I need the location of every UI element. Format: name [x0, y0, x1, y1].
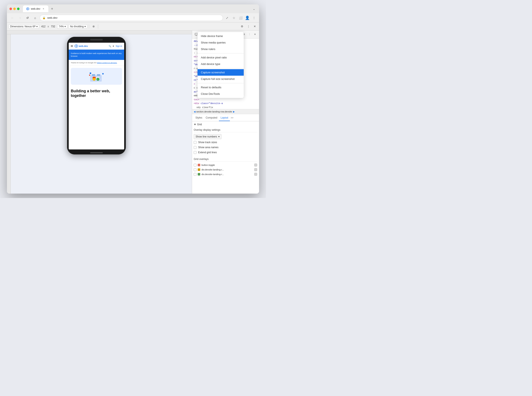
tab-layout[interactable]: Layout	[219, 114, 230, 121]
more-options-icon[interactable]: ⋮	[246, 24, 251, 29]
phone-frame: web.dev 🔍 ☀ Sign in Guidance to build mo…	[67, 37, 126, 154]
overlay-icon-2[interactable]	[254, 168, 257, 171]
window-menu-icon[interactable]: ⌄	[252, 6, 257, 11]
site-image: ✓ ✓	[71, 68, 122, 85]
overlay-checkbox-2[interactable]	[194, 168, 197, 171]
html-line: <div class="devsite-a	[192, 102, 259, 105]
zoom-arrow: ▾	[64, 25, 66, 28]
forward-button[interactable]: →	[17, 15, 23, 21]
device-name: Dimensions: Nexus 6P	[10, 25, 35, 28]
grid-collapse-icon[interactable]: ▼	[194, 123, 196, 126]
show-line-numbers-arrow: ▾	[218, 135, 220, 138]
menu-hide-device-frame[interactable]: Hide device frame	[197, 33, 244, 39]
overlay-checkbox-1[interactable]	[194, 164, 197, 166]
address-bar[interactable]: 🔒 web.dev	[40, 15, 223, 21]
notice-link[interactable]: Watch content on-demand.	[97, 62, 117, 64]
zoom-label: 74%	[59, 25, 64, 28]
title-bar: web.dev ✕ + ⌄	[7, 4, 259, 13]
menu-capture-full-screenshot[interactable]: Capture full size screenshot	[197, 76, 244, 82]
profile-icon[interactable]: 👤	[245, 15, 250, 20]
dimension-separator: x	[47, 25, 49, 28]
share-icon[interactable]: ⤢	[225, 15, 230, 20]
tab-title: web.dev	[31, 7, 40, 10]
tab-computed[interactable]: Computed	[204, 114, 219, 121]
zoom-dropdown[interactable]: 74% ▾	[57, 24, 67, 29]
svg-text:✓: ✓	[93, 79, 95, 80]
site-search-icon[interactable]: 🔍	[109, 45, 111, 47]
show-line-numbers-dropdown[interactable]: Show line numbers ▾	[194, 134, 221, 139]
site-theme-icon[interactable]: ☀	[112, 45, 114, 47]
hamburger-icon[interactable]	[71, 45, 73, 47]
breadcrumb-arrow-right[interactable]: ▶	[233, 110, 235, 113]
browser-menu-icon[interactable]: ⋮	[252, 15, 257, 20]
svg-text:✓: ✓	[97, 79, 98, 80]
panel-more-icon[interactable]: ⋮	[247, 32, 252, 37]
tab-bar: web.dev ✕ +	[23, 6, 250, 12]
layout-panel-content: ▼ Grid Overlay display settings Show lin…	[192, 121, 259, 194]
ruler-horizontal	[7, 30, 192, 34]
breadcrumb-text: section.devsite-landing-row.devsite	[196, 110, 232, 113]
nav-bar: ← → ↺ ⌂ 🔒 web.dev ⤢ ☆ ⬜ 👤 ⋮	[7, 13, 259, 23]
close-button[interactable]	[9, 8, 12, 10]
show-track-sizes-checkbox[interactable]	[194, 141, 197, 144]
breadcrumb-selector[interactable]: section.devsite-landing-row.devsite	[196, 110, 232, 113]
close-devtools-btn[interactable]: ✕	[252, 24, 257, 29]
extend-grid-lines-label: Extend grid lines	[198, 151, 217, 154]
width-value[interactable]: 412	[40, 25, 46, 28]
sign-in-button[interactable]: Sign in	[116, 45, 122, 47]
tab-close-button[interactable]: ✕	[42, 7, 45, 10]
menu-capture-screenshot[interactable]: Capture screenshot	[197, 69, 244, 76]
menu-show-rulers[interactable]: Show rulers	[197, 46, 244, 52]
menu-add-device-type[interactable]: Add device type	[197, 61, 244, 67]
html-line: ody clearfix	[192, 105, 259, 109]
device-type-icon[interactable]: ⚙	[239, 24, 245, 29]
svg-rect-13	[90, 73, 91, 74]
overlay-checkbox-3[interactable]	[194, 173, 197, 176]
site-notice: Thanks for tuning in to Google I/O! Watc…	[69, 60, 124, 66]
bookmark-icon[interactable]: ☆	[231, 15, 236, 20]
show-area-names-checkbox[interactable]	[194, 146, 197, 149]
no-throttle-icon[interactable]: ⊗	[91, 24, 96, 29]
menu-add-device-pixel-ratio[interactable]: Add device pixel ratio	[197, 54, 244, 61]
show-line-numbers-label: Show line numbers	[196, 135, 217, 138]
throttle-dropdown[interactable]: No throttling ▾	[69, 24, 87, 29]
device-dropdown-arrow: ▾	[36, 25, 38, 28]
address-security-icon: 🔒	[42, 16, 46, 19]
back-button[interactable]: ←	[9, 15, 15, 21]
page-content: web.dev 🔍 ☀ Sign in Guidance to build mo…	[7, 30, 192, 194]
menu-reset-defaults[interactable]: Reset to defaults	[197, 84, 244, 91]
overlay-icon-1[interactable]	[254, 163, 257, 167]
menu-close-devtools[interactable]: Close DevTools	[197, 91, 244, 97]
extend-grid-lines-checkbox[interactable]	[194, 151, 197, 154]
phone-home-indicator	[90, 152, 103, 153]
more-tabs-button[interactable]: >>	[231, 116, 233, 119]
breadcrumb-arrow-left[interactable]: ◀	[194, 110, 195, 113]
home-button[interactable]: ⌂	[32, 15, 38, 21]
tab-favicon	[26, 7, 29, 10]
site-name: web.dev	[79, 45, 88, 47]
site-logo: web.dev	[75, 44, 88, 48]
overlay-label-2: div.devsite-landing-r...	[202, 168, 253, 171]
overlay-color-3	[198, 173, 200, 175]
minimize-button[interactable]	[13, 8, 16, 10]
svg-rect-16	[195, 33, 197, 35]
show-line-numbers-row: Show line numbers ▾	[194, 134, 257, 139]
tab-styles[interactable]: Styles	[194, 114, 204, 121]
device-dropdown[interactable]: Dimensions: Nexus 6P ▾	[9, 24, 39, 29]
svg-rect-14	[89, 75, 90, 76]
extensions-icon[interactable]: ⬜	[238, 15, 243, 20]
phone-viewport: web.dev 🔍 ☀ Sign in Guidance to build mo…	[67, 37, 126, 154]
svg-marker-3	[76, 45, 77, 47]
overlay-icon-3[interactable]	[254, 173, 257, 176]
maximize-button[interactable]	[17, 8, 20, 10]
height-value[interactable]: 732	[50, 25, 56, 28]
new-tab-button[interactable]: +	[49, 6, 55, 12]
refresh-button[interactable]: ↺	[25, 15, 30, 21]
menu-show-media-queries[interactable]: Show media queries	[197, 39, 244, 46]
panel-close-icon[interactable]: ✕	[252, 32, 257, 37]
show-track-sizes-label: Show track sizes	[198, 141, 217, 144]
site-header: web.dev 🔍 ☀ Sign in	[69, 43, 124, 50]
throttle-label: No throttling	[70, 25, 84, 28]
phone-notch	[90, 39, 103, 41]
browser-tab[interactable]: web.dev ✕	[23, 6, 48, 12]
